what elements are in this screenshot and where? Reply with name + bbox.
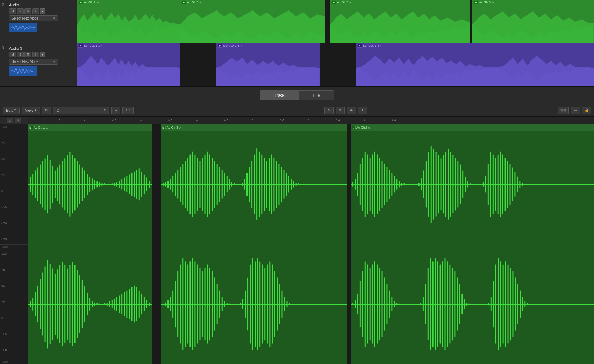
svg-rect-102 [259, 152, 260, 217]
track-header-2: 2 Audio 1 M S R I ● Select Flex Mode [0, 0, 77, 43]
region-label-ac-gtr-3: ▶ Ac Gtr.3 ⊕ [182, 1, 202, 4]
svg-rect-172 [498, 155, 499, 214]
svg-rect-15 [30, 177, 31, 192]
edit-waveform-gtr3-bottom[interactable] [161, 244, 348, 364]
svg-rect-320 [457, 277, 458, 330]
svg-rect-105 [266, 161, 267, 208]
svg-rect-173 [500, 152, 501, 217]
zoom-out-btn[interactable]: ⊟⊟ [558, 107, 569, 114]
ruler-corner-btn-1[interactable]: ↙ [7, 118, 13, 123]
edit-label-ac-gtr-3[interactable]: ▶ Ac Gtr.3 ⊕ [161, 124, 348, 131]
edit-waveform-gtr1-bottom[interactable] [28, 244, 152, 364]
record-btn-audio3[interactable]: R [24, 52, 31, 57]
svg-rect-242 [183, 258, 184, 350]
ruler-mark-2: 2 [84, 118, 86, 122]
track-number-2: 2 [2, 3, 4, 7]
input-btn-audio3[interactable]: I [32, 52, 39, 57]
svg-rect-158 [452, 155, 453, 213]
svg-rect-112 [284, 170, 285, 199]
region-ac-gtr-3[interactable]: ▶ Ac Gtr.3 ⊕ [180, 0, 325, 43]
off-dropdown[interactable]: Off ▼ [53, 107, 109, 114]
track-number-3: 3 [2, 46, 4, 50]
pencil-btn[interactable]: ✎ [336, 107, 345, 114]
settings-btn-audio1[interactable]: ● [40, 8, 45, 14]
svg-rect-267 [252, 258, 253, 350]
solo-btn-audio3[interactable]: S [17, 52, 24, 57]
solo-btn-audio1[interactable]: S [17, 8, 24, 14]
svg-rect-39 [89, 177, 90, 192]
region-ac-gtr-5[interactable]: ▶ Ac Gtr.5 ⊕ [330, 0, 470, 43]
record-btn-audio1[interactable]: R [24, 8, 31, 14]
svg-rect-75 [187, 158, 188, 211]
tab-file[interactable]: File [299, 90, 334, 100]
svg-rect-136 [389, 170, 390, 199]
svg-rect-318 [452, 268, 453, 341]
zoom-horizontal-btn[interactable]: ↔ [571, 107, 580, 114]
svg-rect-272 [265, 268, 266, 341]
edit-waveform-gtr5-bottom[interactable] [351, 244, 594, 364]
tab-track[interactable]: Track [260, 90, 299, 100]
region-scr-vox-1-3[interactable]: ▶ Scr Vox 1.3 ○ [216, 43, 320, 86]
svg-rect-184 [30, 301, 31, 307]
svg-rect-236 [168, 300, 169, 308]
region-ac-gtr-1[interactable]: ▶ Ac Gtr.1 ⊕ [77, 0, 180, 43]
svg-rect-57 [134, 172, 135, 197]
svg-rect-283 [292, 304, 293, 305]
svg-rect-311 [435, 258, 436, 350]
settings-btn-audio3[interactable]: ● [40, 52, 45, 57]
svg-rect-195 [57, 269, 58, 338]
svg-rect-339 [520, 291, 521, 318]
svg-rect-126 [365, 152, 366, 217]
svg-rect-33 [74, 158, 76, 210]
svg-rect-245 [190, 261, 191, 347]
edit-waveform-gtr3-top[interactable] [161, 131, 348, 244]
db-0-top: 0 [1, 189, 3, 193]
flex-mode-audio1[interactable]: Select Flex Mode [9, 15, 58, 21]
ruler-mark-1: 1 [28, 118, 30, 122]
svg-rect-214 [104, 303, 105, 305]
svg-rect-56 [131, 173, 132, 196]
ruler-corner-btn-2[interactable]: ↗ [15, 118, 21, 123]
region-scr-vox-1-4[interactable]: ▶ Scr Vox 1.4 ○ [356, 43, 594, 86]
svg-rect-153 [440, 158, 441, 210]
db-100-top: 100 [1, 125, 7, 129]
region-scr-vox-1-1[interactable]: ▶ Scr Vox 1.1 ○ [77, 43, 180, 86]
svg-rect-149 [431, 146, 432, 223]
edit-waveform-gtr5-top[interactable] [351, 131, 594, 244]
svg-rect-194 [55, 273, 56, 335]
svg-rect-262 [240, 303, 241, 305]
input-btn-audio1[interactable]: I [32, 8, 39, 14]
svg-rect-289 [362, 271, 363, 337]
cursor-btn[interactable]: ↖ [324, 107, 334, 114]
edit-menu-btn[interactable]: Edit ▼ [3, 107, 20, 114]
marquee-btn[interactable]: ⊕ [347, 107, 356, 114]
view-menu-btn[interactable]: View ▼ [22, 107, 40, 114]
svg-rect-315 [444, 258, 445, 350]
cycle-btn[interactable]: ⟳ [42, 107, 51, 114]
svg-rect-35 [79, 165, 80, 204]
svg-rect-291 [367, 264, 368, 343]
svg-rect-239 [175, 281, 176, 327]
flex-mode-audio3[interactable]: Select Flex Mode [9, 59, 58, 65]
svg-rect-88 [219, 167, 220, 202]
edit-label-ac-gtr-5[interactable]: ▶ Ac Gtr.5 ⊕ [351, 124, 594, 131]
svg-rect-252 [207, 264, 208, 343]
mute-btn-audio3[interactable]: M [9, 52, 16, 57]
svg-rect-213 [101, 304, 102, 305]
svg-rect-314 [442, 261, 443, 347]
nudge-btn[interactable]: → [111, 107, 120, 114]
region-ac-gtr-6[interactable]: ▶ Ac Gtr.6 ⊕ [472, 0, 594, 43]
lock-btn[interactable]: 🔒 [582, 107, 591, 114]
svg-rect-290 [365, 261, 366, 347]
region-label-ac-gtr-5: ▶ Ac Gtr.5 ⊕ [332, 1, 352, 4]
zoom-fit-btn[interactable]: ⟷ [122, 107, 134, 114]
ruler-mark-7-3: 7.3 [392, 118, 396, 122]
plus-btn[interactable]: + [358, 107, 367, 114]
edit-waveform-gtr1-top[interactable] [28, 131, 152, 244]
db-50-bottom: 50 [1, 284, 5, 287]
svg-rect-142 [403, 183, 405, 185]
svg-rect-319 [454, 271, 455, 337]
edit-label-ac-gtr-1[interactable]: ▶ Ac Gtr.1 ⊕ [28, 124, 152, 131]
svg-rect-341 [524, 301, 525, 307]
mute-btn-audio1[interactable]: M [9, 8, 16, 14]
